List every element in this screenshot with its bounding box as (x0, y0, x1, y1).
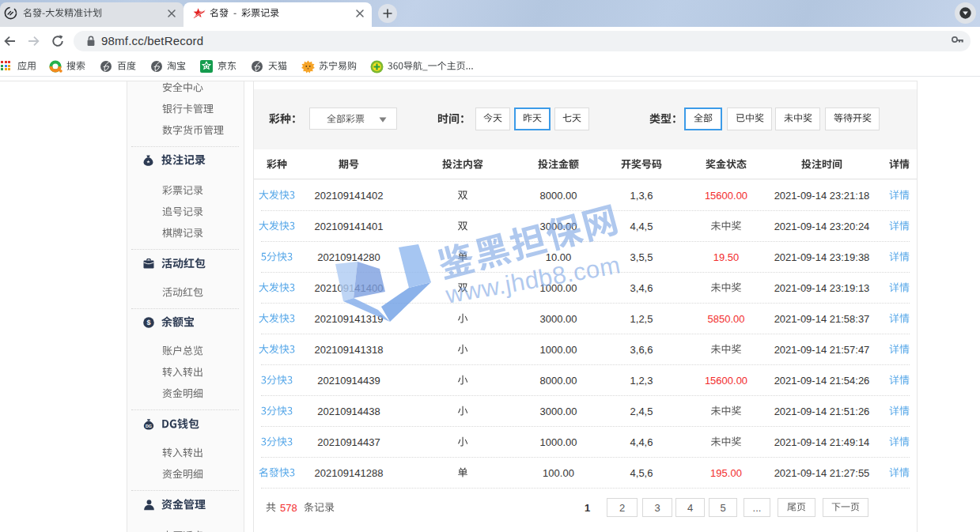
svg-text:$: $ (146, 319, 150, 326)
svg-text:DG: DG (146, 424, 152, 428)
